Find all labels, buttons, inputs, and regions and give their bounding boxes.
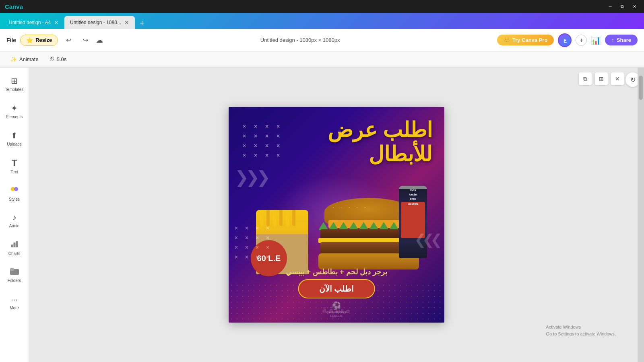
try-pro-label: Try Canva Pro <box>512 37 547 43</box>
tab-design-1080[interactable]: Untitled design - 1080... ✕ <box>64 16 135 29</box>
styles-label: Styles <box>9 197 20 202</box>
more-label: More <box>10 306 19 310</box>
tab-bar: Untitled design - A4 ✕ Untitled design -… <box>0 13 644 29</box>
new-tab-button[interactable]: + <box>136 18 148 29</box>
close-button[interactable] <box>630 2 639 11</box>
animate-button[interactable]: ✨ Animate <box>6 55 43 64</box>
sidebar-item-styles[interactable]: Styles <box>2 180 27 206</box>
text-label: Text <box>10 170 18 174</box>
sidebar: ⊞ Templates ✦ Elements ⬆ Uploads T Text … <box>0 68 29 362</box>
cloud-save-button[interactable]: ☁ <box>96 36 103 45</box>
activate-windows-line1: Activate Windows <box>546 324 616 331</box>
sidebar-item-folders[interactable]: Folders <box>2 262 27 288</box>
animate-icon: ✨ <box>10 56 17 62</box>
activate-windows-line2: Go to Settings to activate Windows. <box>546 331 616 338</box>
user-avatar[interactable]: ع <box>558 33 572 47</box>
watermark: مشقة <box>229 304 444 315</box>
sidebar-item-uploads[interactable]: ⬆ Uploads <box>2 125 27 151</box>
tab-label-active: Untitled design - 1080... <box>70 20 121 25</box>
toolbar-right: 👑 Try Canva Pro ع + 📊 ↑ Share <box>497 33 638 47</box>
charts-label: Charts <box>8 251 20 256</box>
more-icon: ··· <box>11 295 18 304</box>
folders-icon <box>10 267 19 277</box>
try-pro-button[interactable]: 👑 Try Canva Pro <box>497 35 554 45</box>
svg-rect-4 <box>16 241 18 247</box>
templates-label: Templates <box>5 87 24 92</box>
pepsi-text: maxtastezerocalories <box>399 188 427 206</box>
toolbar: File ⭐ Resize ↩ ↪ ☁ Untitled design - 10… <box>0 29 644 51</box>
cta-button[interactable]: اطلب الآن <box>298 279 375 298</box>
share-label: Share <box>617 37 631 43</box>
redo-button[interactable]: ↪ <box>79 34 92 47</box>
tab-design-a4[interactable]: Untitled design - A4 ✕ <box>3 16 64 29</box>
add-user-button[interactable]: + <box>576 35 587 46</box>
activate-windows-notice: Activate Windows Go to Settings to activ… <box>546 324 616 338</box>
restore-button[interactable] <box>617 2 627 11</box>
canvas-area: ⧉ ⊞ ✕ ↻ اطلب عرض للأبطال × × × <box>29 68 644 362</box>
x-pattern-top: × × × × × × × × × × × × × × × × <box>243 123 285 158</box>
design-canvas[interactable]: اطلب عرض للأبطال × × × × × × × × × × × × <box>229 107 444 323</box>
share-button[interactable]: ↑ Share <box>605 35 638 45</box>
arrow-right-decoration: ❮❮❮ <box>414 231 438 248</box>
delete-canvas-button[interactable]: ✕ <box>611 72 624 85</box>
resize-icon: ⭐ <box>26 37 33 43</box>
share-icon: ↑ <box>611 37 614 43</box>
copy-canvas-button[interactable]: ⧉ <box>579 72 592 85</box>
animate-label: Animate <box>19 56 39 62</box>
charts-icon <box>10 240 19 250</box>
arabic-headline[interactable]: اطلب عرض للأبطال <box>328 118 432 167</box>
crown-icon: 👑 <box>504 37 510 43</box>
toolbar-left: File ⭐ Resize ↩ ↪ ☁ <box>6 34 103 47</box>
uploads-icon: ⬆ <box>11 131 18 140</box>
canvas-controls: ⧉ ⊞ ✕ <box>579 72 624 85</box>
analytics-button[interactable]: 📊 <box>591 35 601 45</box>
x-pattern-bottom: × × × × × × × × × × × × × × × × <box>235 225 273 260</box>
minimize-button[interactable] <box>605 2 615 11</box>
resize-button[interactable]: ⭐ Resize <box>20 35 58 46</box>
sidebar-item-charts[interactable]: Charts <box>2 235 27 261</box>
svg-rect-2 <box>11 245 13 247</box>
styles-icon <box>10 185 19 195</box>
uploads-label: Uploads <box>7 142 22 146</box>
templates-icon: ⊞ <box>11 76 18 86</box>
tab-label: Untitled design - A4 <box>9 20 51 25</box>
window-controls <box>605 2 639 11</box>
audio-icon: ♪ <box>12 213 17 222</box>
sidebar-item-more[interactable]: ··· More <box>2 290 27 315</box>
svg-point-1 <box>14 187 18 191</box>
scroll-thumb[interactable] <box>639 76 643 100</box>
vertical-scrollbar[interactable] <box>638 68 644 362</box>
design-title: Untitled design - 1080px × 1080px <box>108 37 492 43</box>
svg-rect-6 <box>10 268 14 271</box>
tab-close-1080[interactable]: ✕ <box>124 19 129 26</box>
undo-button[interactable]: ↩ <box>62 34 75 47</box>
canvas-background: اطلب عرض للأبطال × × × × × × × × × × × × <box>229 107 444 323</box>
time-button[interactable]: ⏱ 5.0s <box>49 56 67 62</box>
file-menu[interactable]: File <box>6 37 16 43</box>
tab-close-a4[interactable]: ✕ <box>54 19 59 26</box>
sidebar-item-templates[interactable]: ⊞ Templates <box>2 71 27 97</box>
audio-label: Audio <box>9 224 20 228</box>
time-label: 5.0s <box>57 56 67 62</box>
main-layout: ⊞ Templates ✦ Elements ⬆ Uploads T Text … <box>0 68 644 362</box>
text-icon: T <box>12 158 17 168</box>
folders-label: Folders <box>8 278 21 283</box>
resize-label: Resize <box>35 37 52 43</box>
sidebar-item-audio[interactable]: ♪ Audio <box>2 208 27 233</box>
title-bar: Canva <box>0 0 644 13</box>
sidebar-item-elements[interactable]: ✦ Elements <box>2 98 27 124</box>
elements-icon: ✦ <box>11 103 18 113</box>
sidebar-item-text[interactable]: T Text <box>2 153 27 179</box>
arabic-subtitle[interactable]: برجر دبل لحم + بطاطس + بيبسي <box>229 267 444 276</box>
clock-icon: ⏱ <box>49 56 54 62</box>
animate-bar: ✨ Animate ⏱ 5.0s <box>0 51 644 68</box>
svg-rect-3 <box>13 243 15 247</box>
app-logo: Canva <box>5 3 23 10</box>
elements-label: Elements <box>6 115 23 119</box>
move-canvas-button[interactable]: ⊞ <box>595 72 608 85</box>
title-bar-left: Canva <box>5 3 23 10</box>
